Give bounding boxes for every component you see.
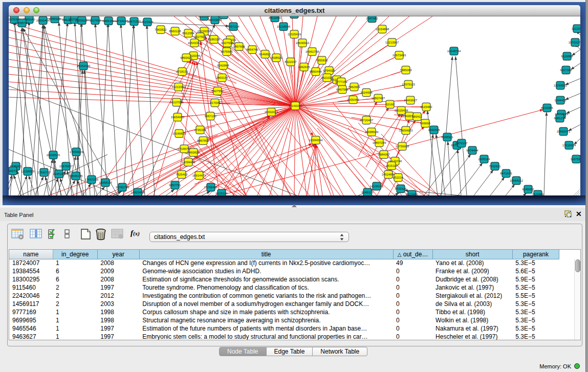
svg-text:10654112: 10654112	[510, 179, 524, 182]
svg-text:1640935: 1640935	[428, 128, 440, 132]
svg-text:1538520: 1538520	[270, 56, 282, 59]
svg-text:20053346: 20053346	[77, 64, 91, 68]
svg-text:15720407: 15720407	[360, 119, 374, 122]
svg-text:8813054: 8813054	[269, 16, 281, 19]
svg-text:19463627: 19463627	[404, 99, 418, 102]
svg-text:3915717: 3915717	[9, 169, 19, 172]
svg-text:16648784: 16648784	[447, 50, 461, 53]
svg-text:5857832: 5857832	[197, 139, 209, 142]
svg-text:2718176: 2718176	[176, 70, 188, 73]
svg-text:6966160: 6966160	[102, 19, 115, 23]
svg-text:699695: 699695	[420, 122, 431, 125]
svg-text:417006: 417006	[210, 101, 221, 104]
svg-text:16154808: 16154808	[376, 28, 389, 31]
svg-text:15302023: 15302023	[265, 111, 278, 114]
svg-text:10973493: 10973493	[393, 54, 406, 57]
svg-text:6879197: 6879197	[455, 142, 468, 145]
svg-text:17942737: 17942737	[37, 171, 51, 174]
svg-text:1055928: 1055928	[49, 17, 61, 20]
svg-text:12213967: 12213967	[385, 41, 399, 44]
svg-text:7963822: 7963822	[155, 28, 167, 31]
svg-text:19166825: 19166825	[172, 132, 186, 135]
svg-text:12975115: 12975115	[402, 83, 416, 86]
svg-text:16640910: 16640910	[296, 41, 310, 45]
svg-text:10756928: 10756928	[396, 145, 409, 148]
svg-text:12505135: 12505135	[69, 174, 83, 178]
svg-text:10559287: 10559287	[75, 19, 89, 22]
svg-text:12213383: 12213383	[172, 85, 186, 89]
svg-text:9242848: 9242848	[217, 64, 229, 67]
svg-text:17016504: 17016504	[562, 144, 576, 147]
svg-text:9129966: 9129966	[561, 55, 573, 58]
svg-text:5493822: 5493822	[187, 151, 200, 154]
svg-text:7123456: 7123456	[532, 193, 544, 195]
svg-text:9893621: 9893621	[180, 56, 192, 59]
svg-text:9327508: 9327508	[221, 41, 233, 45]
svg-text:9081234: 9081234	[554, 117, 566, 120]
svg-text:16961758: 16961758	[306, 50, 319, 53]
svg-text:10671355: 10671355	[127, 20, 141, 23]
svg-text:7625402: 7625402	[176, 173, 188, 176]
svg-text:8938921: 8938921	[441, 136, 453, 139]
svg-text:3675685: 3675685	[221, 50, 233, 53]
svg-text:9777169: 9777169	[335, 80, 347, 83]
svg-text:10807487: 10807487	[372, 97, 385, 100]
svg-text:15892971: 15892971	[557, 130, 571, 133]
svg-text:14055714: 14055714	[15, 21, 29, 25]
svg-text:8123456: 8123456	[406, 193, 418, 195]
svg-text:2803144: 2803144	[216, 76, 228, 79]
svg-text:20691406: 20691406	[36, 19, 50, 22]
svg-text:1112345: 1112345	[572, 27, 580, 30]
svg-text:1815112: 1815112	[386, 164, 398, 167]
svg-text:6794028: 6794028	[323, 69, 335, 72]
svg-text:17957255: 17957255	[85, 178, 99, 181]
svg-text:980412: 980412	[412, 115, 423, 118]
svg-text:9115460: 9115460	[421, 105, 433, 108]
svg-text:6497568: 6497568	[336, 88, 349, 91]
svg-text:9146821: 9146821	[259, 53, 271, 56]
svg-text:12156819: 12156819	[21, 170, 35, 173]
svg-text:14136141: 14136141	[370, 185, 384, 188]
svg-text:12923448: 12923448	[131, 191, 145, 194]
svg-text:18807249: 18807249	[373, 141, 386, 144]
svg-text:8454749: 8454749	[246, 48, 258, 51]
svg-text:9474444: 9474444	[466, 149, 478, 152]
svg-text:19975657: 19975657	[59, 165, 73, 168]
svg-text:8990448: 8990448	[310, 70, 322, 73]
svg-text:7515526: 7515526	[141, 20, 154, 24]
svg-text:3267130: 3267130	[204, 115, 216, 118]
svg-text:19654923: 19654923	[399, 129, 413, 132]
svg-text:3024554: 3024554	[360, 91, 373, 94]
svg-text:9227342: 9227342	[560, 69, 572, 72]
svg-text:10719135: 10719135	[115, 19, 128, 23]
svg-text:2036443: 2036443	[347, 98, 359, 101]
svg-text:16914479: 16914479	[192, 174, 206, 177]
svg-text:252214: 252214	[393, 176, 404, 179]
svg-text:9136104: 9136104	[198, 16, 210, 18]
svg-text:1362615: 1362615	[298, 65, 310, 69]
svg-text:16958117: 16958117	[99, 181, 113, 184]
svg-text:8427552: 8427552	[211, 90, 224, 93]
svg-text:7955812: 7955812	[316, 59, 328, 62]
svg-text:17359924: 17359924	[70, 150, 83, 154]
svg-text:19384554: 19384554	[309, 139, 323, 142]
svg-text:16782759: 16782759	[116, 186, 129, 189]
svg-text:23226058: 23226058	[198, 30, 211, 33]
svg-text:16033809: 16033809	[208, 18, 222, 21]
svg-text:19654955: 19654955	[171, 116, 185, 119]
svg-text:11325419: 11325419	[288, 33, 301, 36]
svg-text:20206526: 20206526	[47, 154, 60, 157]
svg-text:16107553: 16107553	[170, 101, 184, 104]
svg-text:8471676: 8471676	[500, 172, 512, 175]
svg-text:12093822: 12093822	[554, 84, 568, 87]
svg-text:2935114: 2935114	[478, 158, 491, 161]
svg-text:19218506: 19218506	[277, 25, 291, 28]
svg-text:8660128: 8660128	[169, 30, 181, 33]
svg-text:9245652: 9245652	[522, 188, 534, 191]
svg-text:1735392: 1735392	[194, 128, 206, 132]
svg-text:9318224: 9318224	[215, 192, 228, 195]
svg-text:9245123: 9245123	[361, 191, 374, 194]
svg-text:9857791: 9857791	[169, 184, 181, 187]
svg-text:10543362: 10543362	[188, 41, 202, 45]
svg-text:1527602: 1527602	[89, 19, 101, 22]
